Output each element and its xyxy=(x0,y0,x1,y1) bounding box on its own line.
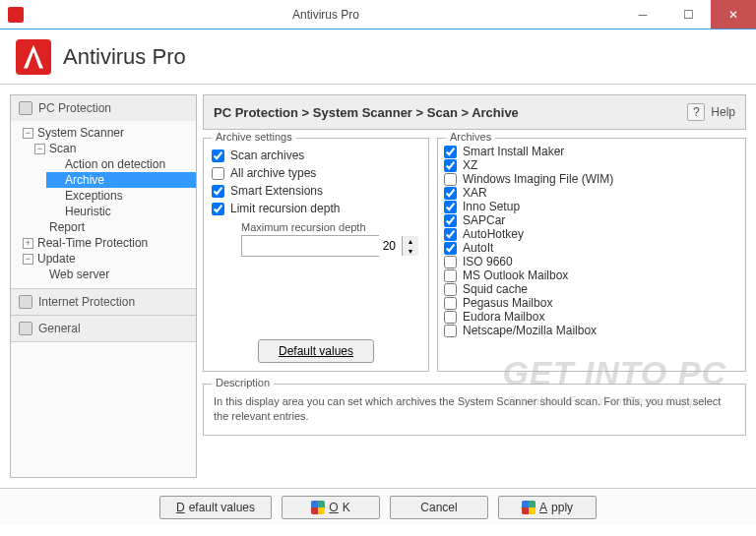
cancel-button[interactable]: Cancel xyxy=(390,496,488,519)
shield-icon xyxy=(522,501,536,514)
tree-scan[interactable]: −Scan xyxy=(31,141,196,156)
help-button[interactable]: ? xyxy=(687,103,705,121)
footer-default-values-button[interactable]: Default values xyxy=(159,496,272,519)
tree-report[interactable]: Report xyxy=(31,219,196,235)
brand-title: Antivirus Pro xyxy=(63,44,186,70)
ok-button[interactable]: OK xyxy=(282,496,380,519)
checkbox-smart-extensions[interactable]: Smart Extensions xyxy=(212,182,420,200)
default-values-button[interactable]: Default values xyxy=(258,339,374,363)
sidebar-section-pc-protection[interactable]: PC Protection xyxy=(11,95,196,121)
archives-group: Archives Smart Install MakerXZWindows Im… xyxy=(437,138,746,372)
tree-archive[interactable]: Archive xyxy=(46,172,196,188)
apply-button[interactable]: Apply xyxy=(498,496,597,519)
description-text: In this display area you can set which a… xyxy=(214,394,735,425)
archive-item[interactable]: Windows Imaging File (WIM) xyxy=(440,172,743,186)
sidebar-section-general[interactable]: General xyxy=(11,316,196,341)
archive-item[interactable]: AutoIt xyxy=(440,241,743,255)
checkbox-all-archive-types[interactable]: All archive types xyxy=(212,164,420,182)
archive-item[interactable]: Netscape/Mozilla Mailbox xyxy=(440,324,743,337)
minimize-button[interactable]: ─ xyxy=(620,0,665,29)
spinner-up-icon[interactable]: ▲ xyxy=(403,236,418,246)
footer: Default values OK Cancel Apply xyxy=(0,488,756,525)
window-title: Antivirus Pro xyxy=(32,8,620,22)
header: Antivirus Pro xyxy=(0,30,756,85)
main-panel: PC Protection > System Scanner > Scan > … xyxy=(203,94,746,478)
max-recursion-spinner[interactable]: ▲ ▼ xyxy=(241,235,379,257)
tree-realtime-protection[interactable]: +Real-Time Protection xyxy=(19,235,196,251)
breadcrumb-bar: PC Protection > System Scanner > Scan > … xyxy=(203,94,746,130)
archive-item[interactable]: XZ xyxy=(440,158,743,172)
tree-action-on-detection[interactable]: Action on detection xyxy=(46,156,196,172)
breadcrumb: PC Protection > System Scanner > Scan > … xyxy=(214,105,519,120)
archive-settings-group: Archive settings Scan archives All archi… xyxy=(203,138,429,372)
monitor-icon xyxy=(19,101,32,115)
checkbox-limit-recursion[interactable]: Limit recursion depth xyxy=(212,200,420,217)
archive-item[interactable]: MS Outlook Mailbox xyxy=(440,268,743,282)
archive-item[interactable]: AutoHotkey xyxy=(440,227,743,241)
archive-item[interactable]: SAPCar xyxy=(440,213,743,227)
help-label[interactable]: Help xyxy=(711,105,735,119)
tree-web-server[interactable]: Web server xyxy=(31,267,196,282)
maximize-button[interactable]: ☐ xyxy=(665,0,711,29)
spinner-down-icon[interactable]: ▼ xyxy=(403,246,418,256)
max-recursion-label: Maximum recursion depth xyxy=(241,221,420,233)
max-recursion-input[interactable] xyxy=(242,236,402,256)
close-button[interactable]: ✕ xyxy=(711,0,756,29)
shield-icon xyxy=(311,501,325,514)
sidebar-section-internet-protection[interactable]: Internet Protection xyxy=(11,289,196,315)
archive-item[interactable]: Inno Setup xyxy=(440,200,743,213)
archive-item[interactable]: ISO 9660 xyxy=(440,255,743,268)
grid-icon xyxy=(19,322,32,335)
archive-item[interactable]: Squid cache xyxy=(440,282,743,296)
tree-exceptions[interactable]: Exceptions xyxy=(46,188,196,204)
archive-item[interactable]: XAR xyxy=(440,186,743,200)
tree-system-scanner[interactable]: −System Scanner xyxy=(19,125,196,141)
archive-item[interactable]: Pegasus Mailbox xyxy=(440,296,743,310)
titlebar: Antivirus Pro ─ ☐ ✕ xyxy=(0,0,756,30)
sidebar: PC Protection −System Scanner −Scan Acti… xyxy=(10,94,197,478)
tree-heuristic[interactable]: Heuristic xyxy=(46,204,196,219)
app-icon xyxy=(8,7,24,23)
globe-icon xyxy=(19,295,32,309)
archive-item[interactable]: Smart Install Maker xyxy=(440,145,743,158)
archive-item[interactable]: Eudora Mailbox xyxy=(440,310,743,324)
tree-update[interactable]: −Update xyxy=(19,251,196,267)
checkbox-scan-archives[interactable]: Scan archives xyxy=(212,147,420,164)
archives-list[interactable]: Smart Install MakerXZWindows Imaging Fil… xyxy=(440,145,743,363)
brand-logo-icon xyxy=(16,39,51,75)
description-group: Description In this display area you can… xyxy=(203,384,746,436)
